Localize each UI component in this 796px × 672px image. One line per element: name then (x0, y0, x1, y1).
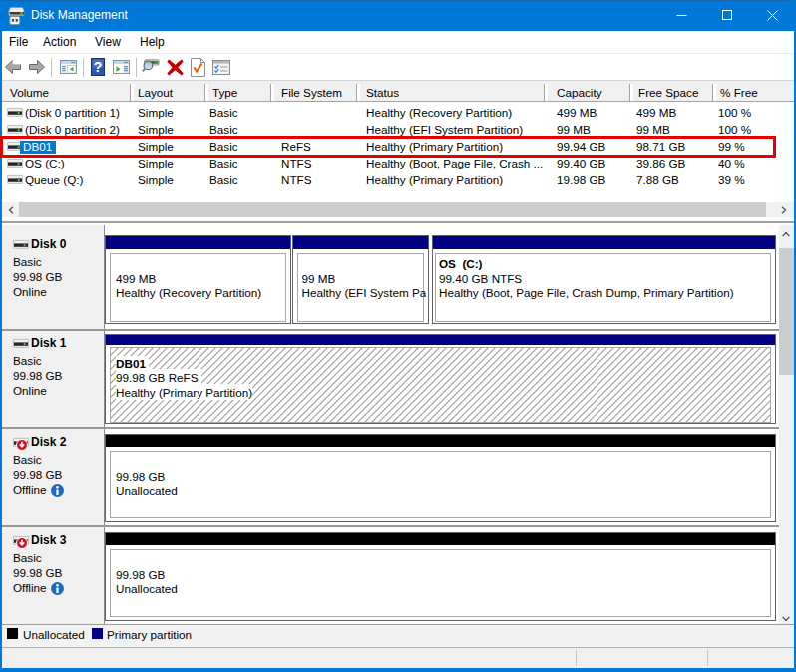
svg-text:?: ? (94, 59, 103, 75)
